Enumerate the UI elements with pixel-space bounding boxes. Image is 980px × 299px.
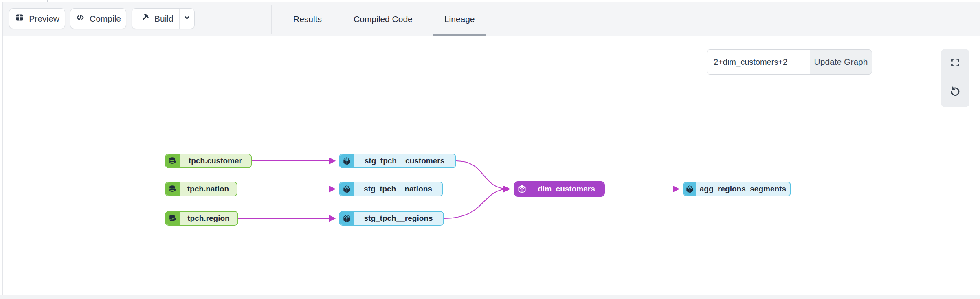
reset-rotate-ccw-icon <box>949 86 961 99</box>
node-label: agg_regions_segments <box>696 182 790 196</box>
pane-top-border <box>0 0 980 2</box>
database-export-icon <box>166 212 180 225</box>
tab-lineage[interactable]: Lineage <box>433 2 486 36</box>
lineage-node-stg-tpch-customers[interactable]: stg_tpch__customers <box>339 154 456 168</box>
database-export-icon <box>166 154 180 167</box>
fullscreen-icon <box>950 57 961 70</box>
model-cube-icon <box>340 212 354 225</box>
lineage-node-stg-tpch-nations[interactable]: stg_tpch__nations <box>339 182 443 196</box>
model-cube-icon <box>340 182 354 196</box>
lineage-node-tpch-region[interactable]: tpch.region <box>165 211 238 226</box>
update-graph-label: Update Graph <box>814 57 868 67</box>
tab-results-label: Results <box>293 14 322 24</box>
lineage-node-tpch-customer[interactable]: tpch.customer <box>165 154 252 168</box>
pane-left-border <box>0 2 3 295</box>
graph-view-controls <box>941 49 969 107</box>
node-label: stg_tpch__customers <box>354 154 455 167</box>
build-split-button: Build <box>132 8 195 29</box>
preview-button[interactable]: Preview <box>9 8 65 29</box>
lineage-node-dim-customers[interactable]: dim_customers <box>514 181 605 197</box>
build-options-button[interactable] <box>179 9 194 29</box>
reset-view-button[interactable] <box>941 78 969 108</box>
hammer-icon <box>140 13 150 24</box>
build-button[interactable]: Build <box>132 9 179 29</box>
tab-compiled-code[interactable]: Compiled Code <box>342 2 424 36</box>
table-icon <box>15 13 24 24</box>
selector-input[interactable] <box>707 49 810 75</box>
fullscreen-button[interactable] <box>941 49 969 78</box>
editor-tab-edge <box>47 0 48 2</box>
compile-button-label: Compile <box>90 14 121 24</box>
model-selector: Update Graph <box>707 49 872 75</box>
database-export-icon <box>166 182 180 196</box>
node-label: dim_customers <box>529 182 604 196</box>
model-cube-icon <box>684 182 696 196</box>
node-label: tpch.region <box>180 212 237 225</box>
lineage-node-tpch-nation[interactable]: tpch.nation <box>165 182 237 196</box>
update-graph-button[interactable]: Update Graph <box>810 49 872 75</box>
tab-compiled-code-label: Compiled Code <box>354 14 413 24</box>
build-button-label: Build <box>154 14 174 24</box>
model-cube-icon <box>340 154 354 167</box>
tab-lineage-label: Lineage <box>444 14 475 24</box>
compile-button[interactable]: Compile <box>70 8 126 29</box>
code-icon <box>75 13 85 24</box>
pane-bottom-border <box>0 295 980 299</box>
node-label: stg_tpch__regions <box>354 212 443 225</box>
node-label: tpch.nation <box>180 182 237 196</box>
tab-results[interactable]: Results <box>282 2 333 36</box>
preview-button-label: Preview <box>29 14 59 24</box>
node-label: stg_tpch__nations <box>354 182 442 196</box>
model-cube-icon <box>515 182 529 196</box>
lineage-node-agg-regions-segments[interactable]: agg_regions_segments <box>683 182 791 196</box>
result-pane-tabs: Results Compiled Code Lineage <box>282 2 486 36</box>
lineage-node-stg-tpch-regions[interactable]: stg_tpch__regions <box>339 211 444 226</box>
bottom-pane-toolbar: Preview Compile Build Results Compiled C… <box>3 2 980 36</box>
node-label: tpch.customer <box>180 154 251 167</box>
toolbar-divider <box>271 5 272 34</box>
chevron-down-icon <box>182 13 191 24</box>
lineage-canvas[interactable] <box>3 36 980 295</box>
